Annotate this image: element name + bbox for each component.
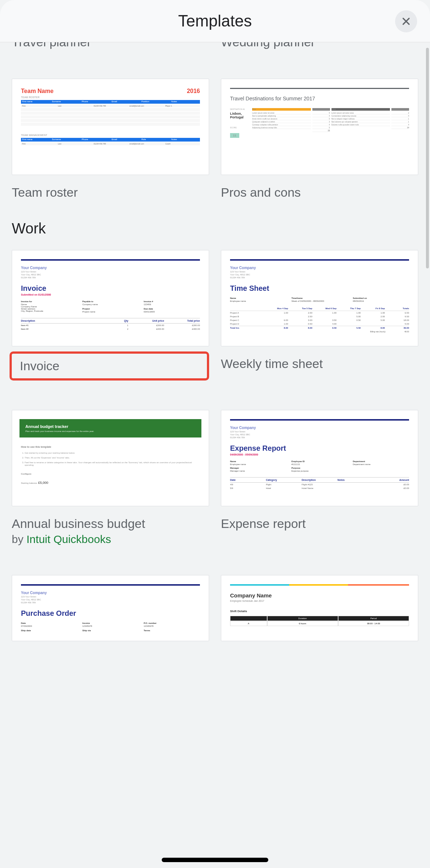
thumbnail-invoice: Your Company 123 Your Street Your City, … <box>12 250 209 346</box>
template-expense-report[interactable]: Your Company 123 Your Street Your City, … <box>221 410 418 546</box>
thumbnail-expense-report: Your Company 123 Your Street Your City, … <box>221 410 418 506</box>
template-team-roster[interactable]: Team Name 2016 TEAM ROSTER First name Su… <box>12 79 209 200</box>
template-weekly-time-sheet[interactable]: Your Company 123 Your Street Your City, … <box>221 250 418 381</box>
template-grid: Travel planner Wedding planner Team Name… <box>0 42 430 868</box>
thumbnail-employee-schedule: Company Name Employee Schedule Jan 2017 … <box>221 575 418 641</box>
close-button[interactable] <box>395 10 417 32</box>
template-label: Weekly time sheet <box>221 357 418 371</box>
template-annual-business-budget[interactable]: Annual budget tracker Plan and track you… <box>12 410 209 546</box>
template-label-travel-planner: Travel planner <box>12 42 209 49</box>
thumbnail-pros-and-cons: Travel Destinations for Summer 2017 DEST… <box>221 79 418 175</box>
thumbnail-annual-budget: Annual budget tracker Plan and track you… <box>12 410 209 506</box>
template-label: Team roster <box>12 185 209 200</box>
template-purchase-order[interactable]: Your Company 123 Your Street Your City, … <box>12 575 209 641</box>
thumbnail-purchase-order: Your Company 123 Your Street Your City, … <box>12 575 209 641</box>
template-label: Annual business budget <box>12 517 209 531</box>
byline-link[interactable]: Intuit Quickbooks <box>26 533 111 545</box>
template-label: Expense report <box>221 517 418 531</box>
team-name: Team Name <box>21 88 54 94</box>
section-label: TEAM MANAGEMENT <box>21 134 200 136</box>
doc-title: Travel Destinations for Summer 2017 <box>230 96 409 101</box>
partial-row: Travel planner Wedding planner <box>12 42 418 49</box>
template-label-wedding-planner: Wedding planner <box>221 42 418 49</box>
template-pros-and-cons[interactable]: Travel Destinations for Summer 2017 DEST… <box>221 79 418 200</box>
template-byline: by Intuit Quickbooks <box>12 533 209 546</box>
section-label: TEAM ROSTER <box>21 96 200 99</box>
template-invoice[interactable]: Your Company 123 Your Street Your City, … <box>12 250 209 381</box>
template-label: Pros and cons <box>221 185 418 200</box>
close-icon <box>400 15 412 27</box>
thumbnail-time-sheet: Your Company 123 Your Street Your City, … <box>221 250 418 346</box>
modal-header: Templates <box>0 0 430 42</box>
section-title-work: Work <box>12 220 418 237</box>
home-indicator[interactable] <box>162 858 268 862</box>
team-year: 2016 <box>187 88 200 94</box>
template-employee-schedule[interactable]: Company Name Employee Schedule Jan 2017 … <box>221 575 418 641</box>
thumbnail-team-roster: Team Name 2016 TEAM ROSTER First name Su… <box>12 79 209 175</box>
template-label-invoice-highlighted: Invoice <box>10 351 209 381</box>
modal-title: Templates <box>178 12 252 30</box>
